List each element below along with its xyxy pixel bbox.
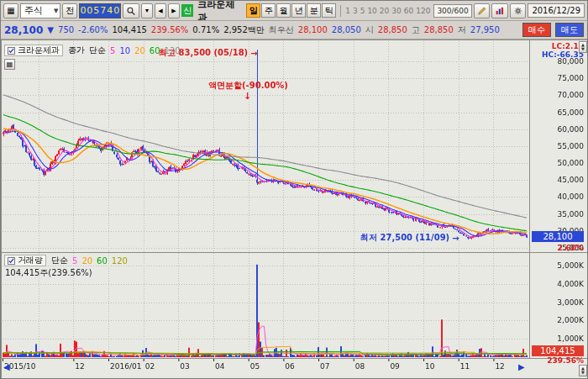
trade-amount: 2,952백만 — [223, 24, 265, 36]
chart-tool-icon[interactable]: ▦ — [4, 59, 15, 70]
open-price: 28,850 — [378, 25, 407, 34]
annotation-split-arrow-icon: ↓ — [244, 91, 251, 102]
interval-20[interactable]: 20 — [380, 7, 389, 15]
best-ask: 28,050 — [332, 25, 361, 34]
open-label: 시 — [365, 24, 374, 36]
annotation-split-text: 액면분할(-90.00%) — [208, 80, 288, 92]
low-label: 저 — [458, 24, 466, 36]
stock-name: 크라운제과 — [195, 1, 244, 21]
turnover-pct: 0.71% — [192, 25, 219, 34]
period-tabs: 일 주 월 년 분 틱 — [246, 3, 336, 18]
vol-ma60-label: 60 — [97, 256, 108, 266]
vol-ma5-label: 5 — [72, 256, 77, 266]
divider — [340, 5, 341, 17]
ma-type-label: 단순 — [89, 45, 106, 56]
candle-count-control[interactable]: 300/600 — [433, 4, 471, 18]
annotation-high-arrow-icon: → — [250, 49, 257, 58]
checkbox-icon[interactable] — [8, 47, 15, 55]
interval-3[interactable]: 3 — [353, 7, 358, 15]
time-axis-scale-button[interactable]: ▲▼ — [579, 365, 587, 376]
date-display: 2016/12/29 — [528, 3, 585, 18]
asset-type-label: 주식 — [24, 4, 43, 17]
search-icon[interactable] — [123, 3, 139, 18]
price-axis-scale-button[interactable]: ▲▼ — [579, 41, 587, 53]
lc-value: LC:2.18 — [528, 42, 584, 50]
hc-value: HC:-66.35 — [528, 50, 584, 59]
high-label: 고 — [412, 24, 420, 36]
lc-hc-readout: LC:2.18 HC:-66.35 — [528, 42, 584, 59]
jeon-button[interactable]: 전 — [62, 3, 77, 18]
legend-series-name: 크라운제과 — [18, 45, 60, 56]
low-price: 27,950 — [470, 25, 500, 34]
best-quote-label: 최우선 — [269, 24, 294, 36]
chart-area: 크라운제과 종가 단순 5 10 20 60 120 ▦ 최고 83,500 (… — [1, 39, 587, 378]
price-label: 종가 — [68, 45, 85, 56]
minute-intervals: 1 3 5 10 20 30 60 120 — [345, 7, 430, 15]
vol-ma-type-label: 단순 — [51, 255, 68, 266]
stock-code-input[interactable]: 005740 — [79, 3, 121, 18]
code-dropdown-icon[interactable]: ▼ — [141, 3, 153, 18]
interval-1[interactable]: 1 — [345, 7, 350, 15]
checkbox-icon[interactable] — [8, 257, 15, 265]
main-chart-legend: 크라운제과 종가 단순 5 10 20 60 120 — [4, 45, 181, 56]
annotation-low-text: 최저 27,500 (11/09) — [360, 232, 449, 244]
annotation-high: 최고 83,500 (05/18) → — [159, 47, 258, 59]
price-change: 750 — [58, 25, 74, 34]
scroll-left-icon[interactable]: ◀ — [3, 362, 10, 371]
new-badge: 신 — [181, 4, 193, 17]
period-tab-minute[interactable]: 분 — [307, 3, 321, 18]
menu-grid-icon[interactable]: ▦ — [3, 3, 18, 18]
series-toggle[interactable]: 크라운제과 — [4, 45, 63, 56]
period-tab-weekly[interactable]: 주 — [261, 3, 276, 18]
asset-type-select[interactable]: 주식 ▼ — [20, 3, 60, 18]
period-tab-monthly[interactable]: 월 — [276, 3, 291, 18]
vol-ma20-label: 20 — [81, 256, 92, 266]
annotation-low-arrow-icon: → — [452, 234, 459, 243]
volume-change-pct: 239.56% — [151, 25, 189, 34]
price-change-pct: -2.60% — [78, 25, 108, 34]
period-tab-tick[interactable]: 틱 — [322, 3, 336, 18]
chevron-down-icon: ▼ — [54, 8, 58, 14]
interval-5[interactable]: 5 — [360, 7, 365, 15]
ma20-label: 20 — [134, 46, 145, 55]
volume-ma-legend: 단순 5 20 60 120 — [51, 255, 128, 266]
sell-button[interactable]: 매도 — [555, 23, 584, 37]
high-price: 28,850 — [424, 25, 454, 34]
interval-30[interactable]: 30 — [391, 7, 401, 15]
down-arrow-icon: ▼ — [47, 25, 54, 34]
current-volume-pct: 239.56% — [532, 356, 584, 365]
buy-button[interactable]: 매수 — [522, 23, 551, 37]
annotation-split: 액면분할(-90.00%) — [208, 80, 288, 92]
period-tab-daily[interactable]: 일 — [246, 3, 260, 18]
scroll-right-icon[interactable]: ▶ — [518, 362, 525, 371]
annotation-low: 최저 27,500 (11/09) → — [360, 232, 459, 244]
next-stock-icon[interactable]: ▶ — [168, 3, 180, 18]
vol-ma120-label: 120 — [112, 256, 128, 266]
period-tab-yearly[interactable]: 년 — [291, 3, 306, 18]
volume-toggle[interactable]: 거래량 — [4, 255, 46, 266]
current-volume-tag: 104,415 — [532, 345, 584, 356]
volume-value: 104,415 — [113, 25, 147, 34]
chart-style-icon[interactable] — [491, 3, 508, 18]
ma5-label: 5 — [110, 46, 115, 55]
quote-info-bar: 28,100 ▼ 750 -2.60% 104,415 239.56% 0.71… — [1, 21, 587, 39]
gear-icon[interactable] — [510, 3, 527, 18]
toolbar: ▦ 주식 ▼ 전 005740 ▼ ◀ ▶ 신 크라운제과 일 주 월 년 분 … — [1, 1, 587, 21]
price-volume-chart[interactable] — [1, 39, 587, 378]
prev-stock-icon[interactable]: ◀ — [155, 3, 166, 18]
best-bid: 28,100 — [298, 25, 328, 34]
ma10-label: 10 — [119, 46, 130, 55]
volume-summary: 104,415주(239.56%) — [5, 267, 92, 279]
interval-10[interactable]: 10 — [367, 7, 376, 15]
current-price-pct: 2.60% — [532, 244, 584, 252]
current-price: 28,100 — [4, 24, 43, 36]
volume-legend: 거래량 단순 5 20 60 120 — [4, 255, 128, 266]
interval-120[interactable]: 120 — [416, 7, 430, 15]
pencil-icon[interactable] — [474, 3, 491, 18]
interval-60[interactable]: 60 — [404, 7, 413, 15]
annotation-high-text: 최고 83,500 (05/18) — [159, 47, 248, 59]
current-price-tag: 28,100 — [532, 231, 584, 242]
volume-series-name: 거래량 — [18, 255, 43, 266]
stock-chart-window: ▦ 주식 ▼ 전 005740 ▼ ◀ ▶ 신 크라운제과 일 주 월 년 분 … — [0, 0, 588, 379]
